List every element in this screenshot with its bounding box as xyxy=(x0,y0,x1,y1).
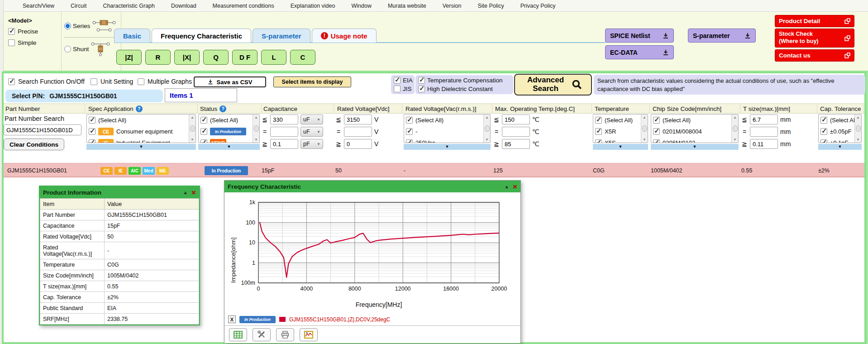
filter-option-spec-application[interactable]: (Select All) xyxy=(87,115,189,126)
option-checkbox[interactable] xyxy=(820,117,827,124)
option-checkbox[interactable] xyxy=(200,139,207,143)
unit-select[interactable]: uF▼ xyxy=(300,127,323,137)
expand-list-bar[interactable]: ▼ xyxy=(404,144,491,150)
filter-input-max-operating-temp-deg-c-0[interactable] xyxy=(502,115,530,124)
option-checkbox[interactable] xyxy=(89,128,95,135)
precise-checkbox-box[interactable] xyxy=(8,28,15,35)
scroll-thumb[interactable] xyxy=(733,125,738,132)
collapse-icon[interactable]: ▲ xyxy=(504,184,509,189)
filter-option-rated-voltage-vac-r-m-s[interactable]: - xyxy=(404,126,483,137)
series-radio[interactable]: Series xyxy=(64,14,119,37)
scroll-thumb[interactable] xyxy=(642,125,647,132)
filter-input-capacitance-1[interactable] xyxy=(270,127,298,137)
product-detail-button[interactable]: Product Detail xyxy=(775,15,854,27)
option-checkbox[interactable] xyxy=(653,139,660,143)
list-scrollbar[interactable]: ▲▼ xyxy=(854,115,861,143)
help-icon[interactable]: ? xyxy=(219,105,226,112)
filter-option-cap-tolerance[interactable]: ±0.05pF xyxy=(819,126,854,137)
tab-s-parameter[interactable]: S-parameter xyxy=(253,29,310,43)
clear-conditions-button[interactable]: Clear Conditions xyxy=(4,139,64,150)
option-checkbox[interactable] xyxy=(595,139,602,143)
param-button-q[interactable]: Q xyxy=(203,50,229,65)
jis-checkbox[interactable] xyxy=(394,86,401,92)
option-checkbox[interactable] xyxy=(406,117,413,124)
tools-icon[interactable] xyxy=(253,328,271,341)
series-visibility-toggle[interactable]: X xyxy=(228,315,236,323)
tab-usage-note[interactable]: ! Usage note xyxy=(312,29,377,43)
filter-option-status[interactable]: In Production xyxy=(199,126,253,137)
list-scrollbar[interactable]: ▲▼ xyxy=(483,115,490,143)
list-scrollbar[interactable]: ▲▼ xyxy=(189,115,196,143)
filter-option-chip-size-code-mm-inch[interactable]: (Select All) xyxy=(651,115,731,126)
menu-item-characteristic-graph[interactable]: Characteristic Graph xyxy=(103,3,155,9)
filter-option-temperature[interactable]: (Select All) xyxy=(593,115,641,126)
scroll-thumb[interactable] xyxy=(856,125,861,132)
product-information-header[interactable]: Product Information ▲ × xyxy=(40,186,199,198)
search-function-checkbox[interactable] xyxy=(8,78,15,85)
menu-item-privacy-policy[interactable]: Privacy Policy xyxy=(520,3,556,9)
advanced-search-button[interactable]: Advanced Search xyxy=(514,74,592,96)
filter-input-max-operating-temp-deg-c-2[interactable] xyxy=(502,139,530,149)
filter-input-capacitance-0[interactable] xyxy=(270,115,298,124)
expand-list-bar[interactable]: ▼ xyxy=(86,144,196,150)
tab-frequency-characteristic[interactable]: Frequency Characteristic xyxy=(152,29,251,43)
shunt-radio-button[interactable] xyxy=(64,46,71,53)
unit-setting-checkbox[interactable] xyxy=(91,78,97,85)
search-function-toggle[interactable]: Search Function On/Off xyxy=(8,78,85,85)
scroll-down-icon[interactable]: ▼ xyxy=(191,138,194,142)
param-button-z[interactable]: |Z| xyxy=(116,50,142,65)
expand-list-bar[interactable]: ▼ xyxy=(593,144,648,150)
expand-list-bar[interactable]: ▼ xyxy=(818,144,862,150)
select-items-to-display-button[interactable]: Select items to display xyxy=(273,76,351,87)
scroll-up-icon[interactable]: ▲ xyxy=(733,115,737,119)
menu-item-download[interactable]: Download xyxy=(171,3,196,9)
close-icon[interactable]: × xyxy=(513,183,517,191)
list-scrollbar[interactable]: ▲▼ xyxy=(253,115,259,143)
filter-input-rated-voltage-vdc-2[interactable] xyxy=(344,139,372,149)
scroll-down-icon[interactable]: ▼ xyxy=(254,138,258,142)
filter-input-t-size-max-mm-1[interactable] xyxy=(750,127,778,137)
ec-data-button[interactable]: EC-DATA xyxy=(605,45,674,59)
save-as-csv-button[interactable]: Save as CSV xyxy=(194,76,266,87)
option-checkbox[interactable] xyxy=(406,139,413,143)
expand-list-bar[interactable]: ▼ xyxy=(198,144,260,150)
table-icon[interactable] xyxy=(229,328,247,341)
temperature-compensation-toggle[interactable]: Temperature Compensation xyxy=(418,77,510,84)
scroll-up-icon[interactable]: ▲ xyxy=(856,115,860,119)
menu-item-site-policy[interactable]: Site Policy xyxy=(477,3,504,9)
multiple-graphs-checkbox[interactable] xyxy=(138,78,144,85)
scroll-up-icon[interactable]: ▲ xyxy=(254,115,258,119)
filter-input-capacitance-2[interactable] xyxy=(270,139,298,149)
filter-option-spec-application[interactable]: IEIndustrial Equipment xyxy=(87,137,189,143)
option-checkbox[interactable] xyxy=(820,139,827,143)
option-checkbox[interactable] xyxy=(653,117,660,124)
option-checkbox[interactable] xyxy=(595,117,602,124)
unit-select[interactable]: uF▼ xyxy=(300,115,323,124)
filter-input-max-operating-temp-deg-c-1[interactable] xyxy=(502,127,530,137)
param-button-c[interactable]: C xyxy=(290,50,315,65)
option-checkbox[interactable] xyxy=(820,128,827,135)
scroll-up-icon[interactable]: ▲ xyxy=(191,115,194,119)
filter-input-rated-voltage-vdc-1[interactable] xyxy=(344,127,372,137)
scroll-down-icon[interactable]: ▼ xyxy=(733,138,737,142)
menu-item-window[interactable]: Window xyxy=(351,3,371,9)
print-icon[interactable] xyxy=(276,328,294,341)
option-checkbox[interactable] xyxy=(653,128,660,135)
scroll-thumb[interactable] xyxy=(254,125,259,132)
scroll-up-icon[interactable]: ▲ xyxy=(643,115,646,119)
image-export-icon[interactable] xyxy=(300,328,318,341)
high-dielectric-toggle[interactable]: High Dielectric Constant xyxy=(418,86,510,92)
menu-item-circuit[interactable]: Circuit xyxy=(71,3,86,9)
part-number-search-input[interactable] xyxy=(4,124,81,135)
filter-option-temperature[interactable]: X5R xyxy=(593,126,641,137)
unit-setting-toggle[interactable]: Unit Setting xyxy=(91,78,133,85)
series-radio-button[interactable] xyxy=(64,23,71,29)
tab-basic[interactable]: Basic xyxy=(114,29,150,43)
param-button-l[interactable]: L xyxy=(261,50,286,65)
simple-checkbox-box[interactable] xyxy=(8,39,15,46)
expand-list-bar[interactable]: ▼ xyxy=(651,144,739,150)
high-dielectric-checkbox[interactable] xyxy=(418,86,425,92)
filter-option-chip-size-code-mm-inch[interactable]: 0306M/0102 xyxy=(651,137,731,143)
close-icon[interactable]: × xyxy=(191,189,196,196)
contact-us-button[interactable]: Contact us xyxy=(775,49,854,62)
